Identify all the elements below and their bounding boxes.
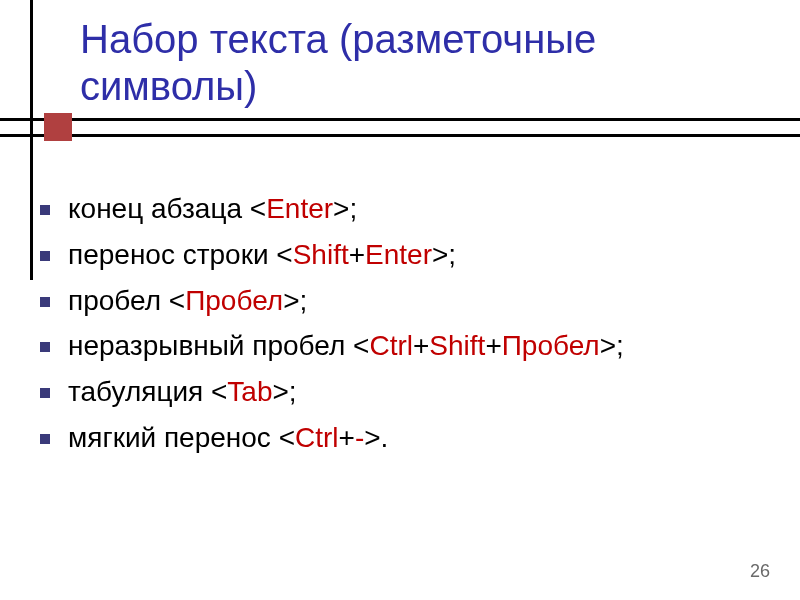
deco-square bbox=[44, 113, 72, 141]
list-item: конец абзаца <Enter>; bbox=[40, 190, 780, 228]
bullet-icon bbox=[40, 297, 50, 307]
text-mid: + bbox=[349, 239, 365, 270]
list-item: пробел <Пробел>; bbox=[40, 282, 780, 320]
list-item: мягкий перенос <Ctrl+->. bbox=[40, 419, 780, 457]
title-decoration bbox=[0, 118, 800, 148]
text-pre: неразрывный пробел < bbox=[68, 330, 369, 361]
slide: Набор текста (разметочные символы) конец… bbox=[0, 0, 800, 600]
text-post: >; bbox=[273, 376, 297, 407]
text-post: >; bbox=[432, 239, 456, 270]
text-pre: пробел < bbox=[68, 285, 185, 316]
list-item-text: табуляция <Tab>; bbox=[68, 373, 297, 411]
list-item: табуляция <Tab>; bbox=[40, 373, 780, 411]
deco-hline-bot bbox=[0, 134, 800, 137]
text-post: >; bbox=[600, 330, 624, 361]
text-pre: табуляция < bbox=[68, 376, 227, 407]
list-item-text: мягкий перенос <Ctrl+->. bbox=[68, 419, 388, 457]
text-mid: + bbox=[339, 422, 355, 453]
bullet-icon bbox=[40, 434, 50, 444]
deco-vline bbox=[30, 0, 33, 280]
keyword: Tab bbox=[227, 376, 272, 407]
text-post: >; bbox=[333, 193, 357, 224]
bullet-icon bbox=[40, 342, 50, 352]
keyword: Enter bbox=[266, 193, 333, 224]
bullet-icon bbox=[40, 388, 50, 398]
list-item-text: перенос строки <Shift+Enter>; bbox=[68, 236, 456, 274]
list-item-text: неразрывный пробел <Ctrl+Shift+Пробел>; bbox=[68, 327, 624, 365]
text-mid: + bbox=[413, 330, 429, 361]
list-item-text: конец абзаца <Enter>; bbox=[68, 190, 357, 228]
keyword: Shift bbox=[293, 239, 349, 270]
slide-title: Набор текста (разметочные символы) bbox=[80, 16, 770, 110]
keyword: Shift bbox=[429, 330, 485, 361]
page-number: 26 bbox=[750, 561, 770, 582]
keyword: Ctrl bbox=[369, 330, 413, 361]
text-post: >. bbox=[364, 422, 388, 453]
keyword: Ctrl bbox=[295, 422, 339, 453]
bullet-icon bbox=[40, 205, 50, 215]
text-pre: конец абзаца < bbox=[68, 193, 266, 224]
text-pre: мягкий перенос < bbox=[68, 422, 295, 453]
title-wrap: Набор текста (разметочные символы) bbox=[80, 16, 770, 110]
list-item: неразрывный пробел <Ctrl+Shift+Пробел>; bbox=[40, 327, 780, 365]
keyword: Пробел bbox=[185, 285, 283, 316]
keyword: Enter bbox=[365, 239, 432, 270]
keyword: Пробел bbox=[502, 330, 600, 361]
list-item: перенос строки <Shift+Enter>; bbox=[40, 236, 780, 274]
text-pre: перенос строки < bbox=[68, 239, 293, 270]
text-mid: + bbox=[485, 330, 501, 361]
keyword: - bbox=[355, 422, 364, 453]
deco-hline-top bbox=[0, 118, 800, 121]
bullet-icon bbox=[40, 251, 50, 261]
list-item-text: пробел <Пробел>; bbox=[68, 282, 307, 320]
content-list: конец абзаца <Enter>; перенос строки <Sh… bbox=[40, 190, 780, 465]
text-post: >; bbox=[283, 285, 307, 316]
